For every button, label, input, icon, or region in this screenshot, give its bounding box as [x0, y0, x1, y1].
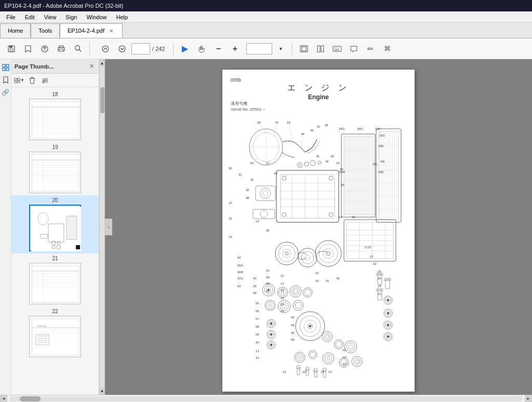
svg-text:44: 44	[330, 155, 334, 158]
thumb-content-21	[30, 263, 82, 305]
menu-edit[interactable]: Edit	[21, 13, 39, 21]
tab-home[interactable]: Home	[0, 23, 31, 38]
next-page-button[interactable]	[115, 42, 129, 56]
menu-help[interactable]: Help	[112, 13, 132, 21]
sidebar-bookmark-icon[interactable]	[1, 75, 11, 85]
page-display-button[interactable]	[313, 42, 328, 56]
pdf-header: 005b エ ン ジ ン Engine 適用号機 Serial No. 0550…	[222, 70, 415, 116]
thumb-scrollbar[interactable]: ▲ ▼	[99, 59, 104, 395]
thumb-page-num-19: 19	[52, 144, 58, 150]
svg-text:29: 29	[257, 121, 261, 124]
svg-text:18S: 18S	[379, 134, 385, 137]
thumb-image-20	[29, 205, 81, 251]
svg-text:13: 13	[256, 350, 259, 353]
pen-button[interactable]: ✏	[363, 42, 378, 56]
zoom-dropdown-button[interactable]: ▼	[273, 42, 288, 56]
svg-text:06: 06	[256, 310, 259, 313]
tab-pdf[interactable]: EP104-2-4.pdf ✕	[60, 23, 123, 38]
thumb-item-20[interactable]: 20	[11, 195, 99, 253]
svg-rect-36	[43, 81, 45, 83]
svg-text:1-20: 1-20	[365, 246, 371, 249]
thumbnail-list[interactable]: 18	[11, 87, 99, 395]
print-icon	[57, 45, 65, 52]
thumb-view-dropdown-button[interactable]: ▼	[14, 75, 25, 86]
scroll-down-arrow[interactable]: ▼	[100, 387, 105, 395]
svg-line-355	[289, 125, 292, 139]
thumbnail-panel-wrapper: Page Thumb... ✕ ▼	[11, 59, 105, 395]
upload-button[interactable]	[37, 42, 52, 56]
svg-rect-13	[302, 47, 306, 51]
zoom-in-button[interactable]: +	[228, 42, 242, 56]
menu-view[interactable]: View	[40, 13, 61, 21]
page-number-input[interactable]: 20	[131, 43, 150, 55]
thumb-item-22[interactable]: 22 Parts List	[11, 306, 99, 359]
h-scroll-thumb[interactable]	[20, 396, 41, 401]
horizontal-scrollbar: ◄ ►	[0, 395, 532, 402]
thumb-more-button[interactable]	[39, 75, 51, 86]
svg-point-182	[305, 255, 310, 260]
svg-point-239	[322, 331, 332, 342]
svg-text:45: 45	[316, 155, 320, 158]
hand-tool-button[interactable]	[194, 42, 209, 56]
tab-close-icon[interactable]: ✕	[108, 27, 115, 34]
menu-sign[interactable]: Sign	[61, 13, 81, 21]
svg-rect-209	[385, 279, 390, 289]
thumbnail-icon	[2, 64, 9, 71]
svg-rect-79	[76, 245, 80, 249]
keyboard-icon	[332, 46, 342, 52]
scroll-up-arrow[interactable]: ▲	[100, 59, 105, 66]
sidebar-thumbnail-icon[interactable]	[1, 62, 11, 73]
svg-line-356	[301, 137, 302, 150]
search-button[interactable]	[71, 42, 85, 56]
scroll-left-button[interactable]: ◄	[0, 395, 7, 403]
save-button[interactable]	[4, 42, 19, 56]
prev-page-button[interactable]	[98, 42, 113, 56]
fit-page-icon	[300, 45, 308, 52]
panel-collapse-button[interactable]: ‹	[105, 219, 112, 235]
bookmark-button[interactable]	[21, 42, 35, 56]
thumb-item-19[interactable]: 19	[11, 142, 99, 195]
keyboard-button[interactable]	[330, 42, 344, 56]
down-arrow-icon	[118, 45, 126, 52]
svg-text:41: 41	[326, 279, 329, 283]
scroll-right-button[interactable]: ►	[525, 395, 532, 403]
engine-diagram: 29 47 33 48 46 37 38 18G 18H 18F 18S	[222, 116, 415, 395]
menu-window[interactable]: Window	[82, 13, 111, 21]
fit-page-button[interactable]	[297, 42, 311, 56]
tab-tools[interactable]: Tools	[31, 23, 60, 38]
zoom-input[interactable]: 57%	[246, 43, 272, 55]
thumb-item-21[interactable]: 21	[11, 253, 99, 306]
svg-point-253	[325, 355, 332, 362]
up-arrow-icon	[102, 45, 109, 52]
svg-point-221	[387, 324, 389, 326]
print-button[interactable]	[54, 42, 69, 56]
svg-text:24: 24	[336, 162, 340, 165]
svg-point-117	[282, 212, 286, 217]
sidebar-link-icon[interactable]: 🔗	[1, 87, 11, 98]
thumb-page-num-20: 20	[52, 197, 58, 203]
svg-text:50: 50	[250, 162, 254, 165]
select-tool-button[interactable]: ▶	[178, 42, 192, 56]
h-scroll-track[interactable]	[9, 396, 523, 401]
svg-text:08: 08	[266, 282, 270, 285]
menu-file[interactable]: File	[2, 13, 20, 21]
zoom-out-button[interactable]: −	[211, 42, 225, 56]
svg-text:25: 25	[340, 168, 343, 171]
svg-text:47: 47	[275, 121, 279, 124]
thumb-delete-button[interactable]	[26, 75, 38, 86]
svg-point-224	[387, 336, 389, 338]
svg-rect-106	[276, 170, 339, 222]
svg-text:13: 13	[256, 220, 259, 223]
svg-rect-25	[6, 68, 9, 71]
scroll-thumb[interactable]	[100, 87, 104, 113]
markup-button[interactable]: ⌘	[380, 42, 394, 56]
thumb-panel-close-button[interactable]: ✕	[87, 62, 96, 71]
pdf-page: 005b エ ン ジ ン Engine 適用号機 Serial No. 0550…	[222, 70, 415, 392]
svg-text:04: 04	[253, 277, 257, 280]
svg-point-232	[270, 323, 272, 325]
svg-point-201	[269, 304, 272, 307]
comment-button[interactable]	[347, 42, 361, 56]
thumb-item-18[interactable]: 18	[11, 89, 99, 142]
more-options-icon	[42, 77, 49, 84]
svg-point-263	[305, 367, 309, 371]
